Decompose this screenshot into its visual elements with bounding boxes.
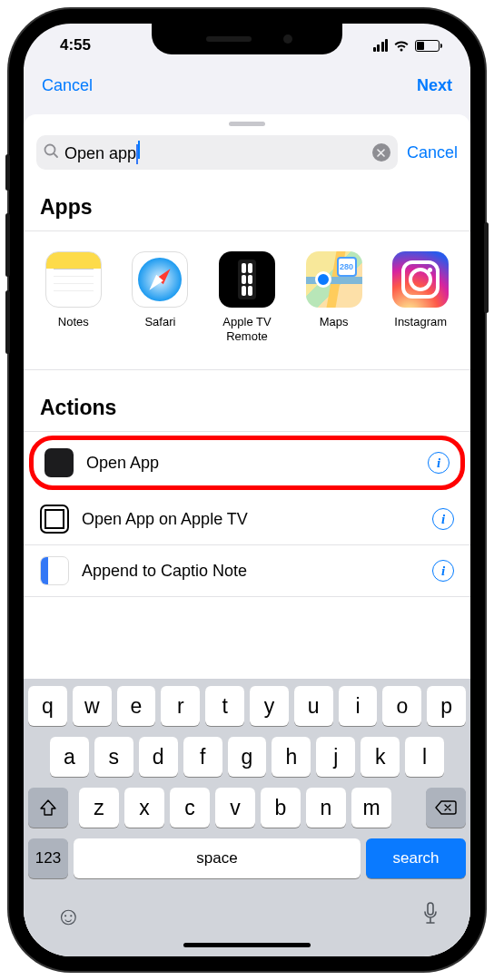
info-button[interactable]: i xyxy=(432,560,454,582)
app-maps[interactable]: 280 Maps xyxy=(294,251,374,344)
appletv-action-icon xyxy=(40,505,69,534)
key-y[interactable]: y xyxy=(250,686,289,726)
app-instagram[interactable]: Instagram xyxy=(380,251,460,344)
search-box[interactable]: Open app xyxy=(36,135,398,170)
status-icons xyxy=(373,39,444,52)
clock: 4:55 xyxy=(51,36,91,54)
action-append-captio[interactable]: Append to Captio Note i xyxy=(24,545,470,597)
power-button xyxy=(484,222,489,313)
app-label: Notes xyxy=(58,315,89,344)
app-label: Instagram xyxy=(394,315,447,344)
keyboard-footer: ☺ xyxy=(28,889,466,936)
action-list: Open App i Open App on Apple TV i Append… xyxy=(24,436,470,597)
key-e[interactable]: e xyxy=(117,686,156,726)
clear-search-button[interactable] xyxy=(372,143,390,162)
key-backspace[interactable] xyxy=(426,788,466,828)
app-label: Apple TV Remote xyxy=(207,315,287,344)
keyboard-row-1: q w e r t y u i o p xyxy=(28,686,466,726)
apps-header: Apps xyxy=(24,179,470,231)
action-label: Append to Captio Note xyxy=(82,562,420,581)
backdrop-next-button[interactable]: Next xyxy=(417,76,452,95)
key-c[interactable]: c xyxy=(170,788,210,828)
key-x[interactable]: x xyxy=(124,788,164,828)
appletv-remote-icon xyxy=(219,251,275,308)
info-button[interactable]: i xyxy=(432,508,454,530)
search-row: Open app Cancel xyxy=(24,132,470,179)
dictation-button[interactable] xyxy=(422,902,439,932)
backdrop-cancel-button[interactable]: Cancel xyxy=(42,76,93,95)
key-z[interactable]: z xyxy=(79,788,119,828)
keyboard-row-2: a s d f g h j k l xyxy=(28,737,466,777)
keyboard-row-3: z x c v b n m xyxy=(28,788,466,828)
svg-line-1 xyxy=(54,153,57,157)
key-i[interactable]: i xyxy=(339,686,378,726)
mute-switch xyxy=(5,154,10,191)
emoji-button[interactable]: ☺ xyxy=(55,902,82,932)
sheet-grabber[interactable] xyxy=(229,122,265,126)
key-h[interactable]: h xyxy=(272,737,311,777)
key-123[interactable]: 123 xyxy=(28,838,68,878)
key-w[interactable]: w xyxy=(73,686,112,726)
app-appletv-remote[interactable]: Apple TV Remote xyxy=(207,251,287,344)
phone-frame: 4:55 Cancel Next Open app xyxy=(9,9,485,971)
key-g[interactable]: g xyxy=(228,737,267,777)
search-sheet: Open app Cancel Apps Notes Safar xyxy=(24,114,470,956)
open-app-icon xyxy=(44,448,74,477)
battery-icon xyxy=(415,40,440,52)
key-m[interactable]: m xyxy=(351,788,391,828)
key-b[interactable]: b xyxy=(261,788,301,828)
notes-icon xyxy=(45,251,102,308)
instagram-icon xyxy=(392,251,449,308)
key-q[interactable]: q xyxy=(28,686,67,726)
screen: 4:55 Cancel Next Open app xyxy=(24,24,470,956)
notch xyxy=(152,24,342,54)
search-icon xyxy=(44,143,59,162)
app-label: Safari xyxy=(144,315,175,344)
key-u[interactable]: u xyxy=(294,686,333,726)
key-search[interactable]: search xyxy=(366,838,466,878)
search-input[interactable]: Open app xyxy=(64,141,367,164)
action-open-app-appletv[interactable]: Open App on Apple TV i xyxy=(24,494,470,545)
action-open-app[interactable]: Open App i xyxy=(29,436,465,490)
home-indicator[interactable] xyxy=(183,943,311,947)
cancel-button[interactable]: Cancel xyxy=(407,143,458,162)
key-p[interactable]: p xyxy=(427,686,466,726)
key-a[interactable]: a xyxy=(50,737,89,777)
app-notes[interactable]: Notes xyxy=(34,251,114,344)
key-v[interactable]: v xyxy=(215,788,255,828)
key-t[interactable]: t xyxy=(205,686,244,726)
key-shift[interactable] xyxy=(28,788,68,828)
safari-icon xyxy=(132,251,188,308)
wifi-icon xyxy=(393,40,410,52)
keyboard-row-4: 123 space search xyxy=(28,838,466,878)
key-n[interactable]: n xyxy=(306,788,346,828)
info-button[interactable]: i xyxy=(428,452,450,474)
keyboard: q w e r t y u i o p a s d f g h xyxy=(24,679,470,956)
action-label: Open App xyxy=(86,454,415,473)
key-r[interactable]: r xyxy=(161,686,200,726)
key-j[interactable]: j xyxy=(316,737,355,777)
apps-row: Notes Safari Apple TV Remote 280 Maps xyxy=(24,231,470,362)
maps-icon: 280 xyxy=(306,251,362,308)
captio-icon xyxy=(40,556,69,585)
cellular-icon xyxy=(373,39,389,52)
key-k[interactable]: k xyxy=(361,737,400,777)
key-l[interactable]: l xyxy=(405,737,444,777)
key-s[interactable]: s xyxy=(94,737,133,777)
key-o[interactable]: o xyxy=(382,686,421,726)
app-label: Maps xyxy=(320,315,349,344)
volume-down-button xyxy=(5,290,10,354)
key-f[interactable]: f xyxy=(183,737,222,777)
action-label: Open App on Apple TV xyxy=(82,510,420,529)
app-safari[interactable]: Safari xyxy=(120,251,200,344)
svg-rect-2 xyxy=(428,903,433,915)
key-space[interactable]: space xyxy=(74,838,361,878)
key-d[interactable]: d xyxy=(139,737,178,777)
volume-up-button xyxy=(5,213,10,277)
actions-header: Actions xyxy=(24,369,470,432)
